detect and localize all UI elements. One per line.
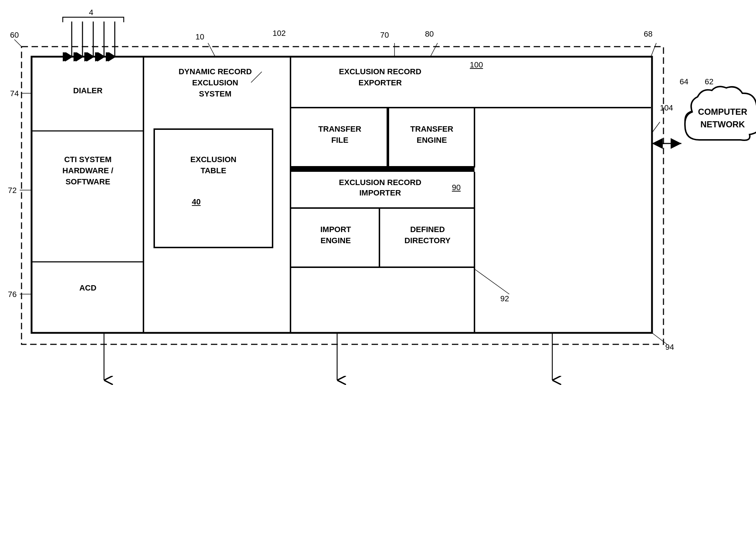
svg-line-40: [651, 43, 656, 57]
transfer-file-label: TRANSFERFILE: [292, 124, 387, 146]
svg-line-36: [208, 43, 215, 57]
import-engine-label: IMPORTENGINE: [292, 224, 379, 246]
cloud-area: COMPUTER NETWORK: [681, 82, 756, 163]
ref-72: 72: [8, 186, 16, 195]
ref-60: 60: [10, 30, 19, 40]
svg-rect-10: [290, 167, 474, 172]
svg-line-32: [14, 39, 22, 47]
svg-line-41: [652, 122, 660, 133]
ref-100: 100: [470, 60, 483, 70]
ere-label: EXCLUSION RECORDEXPORTER: [292, 66, 468, 89]
ref-4: 4: [89, 8, 93, 17]
cloud-svg: COMPUTER NETWORK: [681, 82, 756, 161]
svg-rect-6: [154, 129, 273, 247]
acd-label: ACD: [34, 283, 142, 293]
ref-68: 68: [644, 29, 652, 39]
svg-line-39: [430, 43, 438, 57]
diagram: 4 60 10 102 70 80 68 74 72 76 100 104 64…: [0, 0, 756, 547]
svg-line-42: [474, 269, 509, 294]
svg-line-43: [652, 333, 667, 344]
ref-80: 80: [425, 29, 434, 39]
ref-102: 102: [273, 29, 286, 38]
ref-104: 104: [660, 103, 673, 113]
cti-label: CTI SYSTEMHARDWARE /SOFTWARE: [34, 154, 142, 187]
workstations-area: 50a: [36, 366, 663, 527]
ref-70: 70: [380, 30, 389, 40]
svg-text:NETWORK: NETWORK: [700, 119, 745, 129]
eri-label: EXCLUSION RECORDIMPORTER: [292, 178, 468, 198]
svg-text:COMPUTER: COMPUTER: [698, 107, 747, 117]
ref-74: 74: [10, 89, 19, 98]
ref-92: 92: [500, 294, 509, 303]
exclusion-table-label: EXCLUSIONTABLE: [156, 154, 271, 176]
defined-dir-label: DEFINEDDIRECTORY: [381, 224, 474, 246]
ref-76: 76: [8, 290, 16, 299]
ref-10: 10: [195, 32, 204, 42]
exclusion-table-ref: 40: [192, 197, 200, 207]
ref-94: 94: [665, 343, 674, 352]
dres-label: DYNAMIC RECORDEXCLUSIONSYSTEM: [145, 66, 285, 99]
dialer-label: DIALER: [34, 86, 142, 95]
transfer-engine-label: TRANSFERENGINE: [390, 124, 473, 146]
